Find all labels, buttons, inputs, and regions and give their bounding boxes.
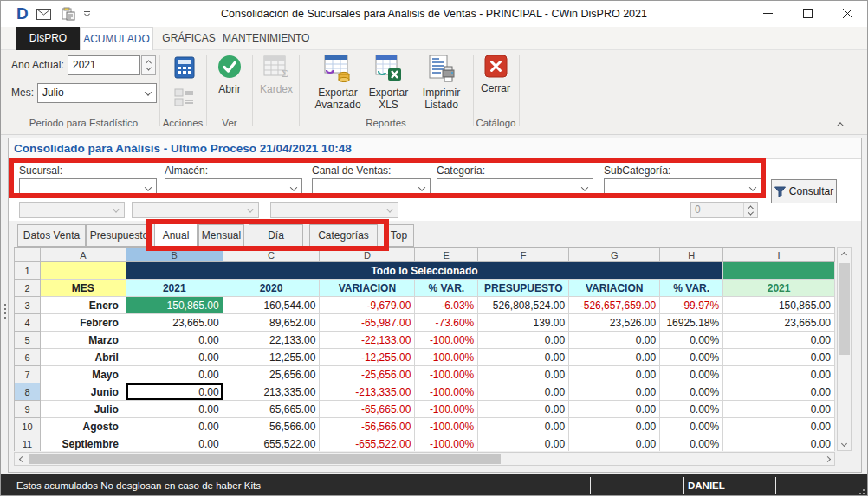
grid-cell[interactable]: -100.00% [415,332,478,349]
grid-header-cell[interactable]: % VAR. [660,280,723,297]
grid-cell[interactable]: -9,679.00 [320,297,415,314]
canal-ventas-select[interactable] [312,178,431,198]
grid-cell[interactable] [40,262,126,280]
grid-corner[interactable] [15,248,41,262]
tab-top[interactable]: Top [384,224,414,247]
tab-presupuesto[interactable]: Presupuesto [86,224,152,247]
ribbon-collapse-icon[interactable] [838,118,843,130]
grid-cell[interactable]: 0.00% [660,349,723,366]
grid-cell[interactable]: 213,335.00 [223,383,320,401]
maximize-button[interactable] [787,1,827,26]
grid-cell[interactable]: 0.00 [126,349,223,366]
grid-cell-mes[interactable]: Marzo [40,332,126,349]
grid-cell[interactable]: 655,522.00 [223,435,320,452]
grid-header-cell[interactable]: % VAR. [415,280,478,297]
row-header-8[interactable]: 8 [15,383,41,401]
grid-header-cell[interactable]: VARIACION [569,280,660,297]
grid-cell[interactable]: -100.00% [415,401,478,418]
imprimir-listado-button[interactable]: Imprimir Listado [417,53,466,115]
tab-anual[interactable]: Anual [154,222,198,247]
grid-cell[interactable]: 0.00 [723,435,835,452]
categoria-select[interactable] [437,178,593,198]
column-header-G[interactable]: G [569,248,660,262]
tab-mensual[interactable]: Mensual [198,224,244,247]
grid-cell[interactable]: 150,865.00 [723,297,835,314]
column-header-C[interactable]: C [223,248,320,262]
grid-cell[interactable]: 0.00% [660,401,723,418]
tab-dia-semana[interactable]: Día Semana [249,224,303,247]
top-count-spinner[interactable]: 0 [690,202,758,218]
grid-cell[interactable]: -213,335.00 [320,383,415,401]
grid-cell[interactable]: 0.00% [660,383,723,401]
row-header-2[interactable]: 2 [15,280,41,297]
row-header-3[interactable]: 3 [15,297,41,314]
grid-cell[interactable]: 0.00 [478,418,569,435]
grid-cell[interactable]: 0.00 [478,332,569,349]
grid-cell-mes[interactable]: Junio [40,383,126,401]
splitter-grip[interactable] [3,304,8,319]
grid-header-cell[interactable]: 2020 [223,280,320,297]
grid-cell[interactable]: 65,665.00 [223,401,320,418]
grid-cell[interactable]: 0.00 [569,332,660,349]
vertical-scroll-thumb[interactable] [839,263,850,355]
resize-grip-icon[interactable] [856,486,865,494]
grid-cell[interactable]: 22,133.00 [223,332,320,349]
row-header-1[interactable]: 1 [15,262,41,280]
grid-cell[interactable]: 0.00 [723,418,835,435]
grid-header-cell[interactable]: 2021 [126,280,223,297]
subcategoria-select[interactable] [604,178,761,198]
grid-header-cell[interactable]: VARIACION [320,280,415,297]
grid-cell[interactable]: -25,656.00 [320,366,415,383]
kardex-button[interactable]: Σ Kardex [256,53,297,115]
grid-cell[interactable]: 0.00% [660,332,723,349]
column-header-F[interactable]: F [478,248,569,262]
grid-cell[interactable]: 160,544.00 [223,297,320,314]
tab-acumulado[interactable]: ACUMULADO [80,27,153,50]
grid-cell[interactable]: 0.00 [723,383,835,401]
grid-cell[interactable]: 0.00 [126,401,223,418]
grid-cell[interactable]: 0.00 [126,435,223,452]
grid-cell[interactable]: -73.60% [415,314,478,332]
tab-categorias[interactable]: Categorías [309,224,378,247]
abrir-button[interactable]: Abrir [211,53,249,115]
grid-cell[interactable]: 0.00 [569,435,660,452]
grid-cell[interactable]: 0.00 [126,383,223,401]
horizontal-scrollbar[interactable] [14,452,835,466]
grid-cell[interactable]: 23,665.00 [126,314,223,332]
grid-cell[interactable]: 0.00 [723,366,835,383]
grid-cell[interactable]: 0.00 [478,349,569,366]
grid-cell[interactable]: 0.00% [660,435,723,452]
grid-cell[interactable]: -100.00% [415,418,478,435]
consultar-button[interactable]: Consultar [771,179,837,203]
tab-graficas[interactable]: GRÁFICAS [162,27,216,50]
grid-header-cell[interactable]: 2021 [723,280,835,297]
almacen-select[interactable] [165,178,302,198]
grid-cell[interactable]: 0.00% [660,366,723,383]
grid-banner-cell[interactable]: Todo lo Seleccionado [126,262,722,280]
mes-select[interactable]: Julio [37,83,157,103]
tab-dispro[interactable]: DisPRO [16,27,80,50]
grid-cell[interactable]: 0.00 [723,401,835,418]
scroll-right-icon[interactable] [820,453,834,465]
column-header-A[interactable]: A [40,248,126,262]
detail-button-disabled[interactable] [171,85,198,111]
column-header-H[interactable]: H [660,248,723,262]
column-header-B[interactable]: B [126,248,223,262]
grid-cell[interactable]: 12,255.00 [223,349,320,366]
row-header-4[interactable]: 4 [15,314,41,332]
scroll-left-icon[interactable] [15,453,29,465]
grid-cell[interactable]: 25,656.00 [223,366,320,383]
column-header-I[interactable]: I [723,248,835,262]
grid-cell-mes[interactable]: Febrero [40,314,126,332]
grid-cell[interactable]: 0.00 [723,332,835,349]
grid-cell[interactable]: 0.00 [723,349,835,366]
grid-cell[interactable]: 139.00 [478,314,569,332]
grid-cell[interactable]: -12,255.00 [320,349,415,366]
row-header-7[interactable]: 7 [15,366,41,383]
anio-actual-input[interactable]: 2021 [68,55,140,75]
grid-cell[interactable]: -100.00% [415,349,478,366]
grid-cell[interactable]: 0.00 [569,418,660,435]
spinner-arrows-icon[interactable] [743,203,757,217]
grid-cell[interactable] [723,262,835,280]
grid-cell[interactable]: 0.00 [569,366,660,383]
